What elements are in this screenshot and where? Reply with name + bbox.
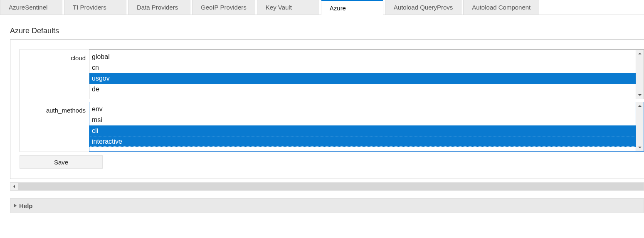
tab-geoip-providers[interactable]: GeoIP Providers [192,0,255,15]
scroll-left-icon[interactable] [10,183,18,190]
cloud-option-cn[interactable]: cn [89,62,636,73]
help-accordion[interactable]: Help [10,198,644,213]
cloud-option-de[interactable]: de [89,84,636,95]
tab-data-providers[interactable]: Data Providers [128,0,190,15]
horizontal-scrollbar[interactable] [10,182,644,191]
auth-option-interactive[interactable]: interactive [89,136,636,147]
help-label: Help [19,202,33,209]
auth-methods-label: auth_methods [20,102,89,114]
scroll-down-icon[interactable] [636,91,644,99]
tab-azure[interactable]: Azure [321,0,383,15]
auth-methods-listbox[interactable]: env msi cli interactive [89,102,636,152]
cloud-option-global[interactable]: global [89,52,636,62]
auth-scrollbar[interactable] [636,102,644,152]
tab-autoload-component[interactable]: Autoload Component [463,0,539,15]
tab-autoload-queryprovs[interactable]: Autoload QueryProvs [385,0,462,15]
settings-panel: cloud global cn usgov de [10,39,644,179]
cloud-option-usgov[interactable]: usgov [89,73,636,84]
save-button[interactable]: Save [20,155,103,169]
scroll-up-icon[interactable] [636,102,644,110]
cloud-listbox[interactable]: global cn usgov de [89,49,636,99]
cloud-scrollbar[interactable] [636,49,644,99]
auth-option-cli[interactable]: cli [89,125,636,136]
row-auth-methods: auth_methods env msi cli interactive [20,102,644,152]
hscroll-track[interactable] [18,183,644,190]
section-title: Azure Defaults [10,27,644,35]
cloud-label: cloud [20,49,89,61]
settings-form: cloud global cn usgov de [20,49,644,152]
row-cloud: cloud global cn usgov de [20,49,644,99]
tab-bar: AzureSentinel TI Providers Data Provider… [0,0,644,15]
tab-azuresentinel[interactable]: AzureSentinel [0,0,62,15]
tab-key-vault[interactable]: Key Vault [257,0,319,15]
auth-option-env[interactable]: env [89,104,636,115]
scroll-down-icon[interactable] [636,144,644,151]
caret-right-icon [14,204,17,208]
tab-ti-providers[interactable]: TI Providers [64,0,126,15]
scroll-up-icon[interactable] [636,50,644,57]
auth-option-msi[interactable]: msi [89,115,636,125]
